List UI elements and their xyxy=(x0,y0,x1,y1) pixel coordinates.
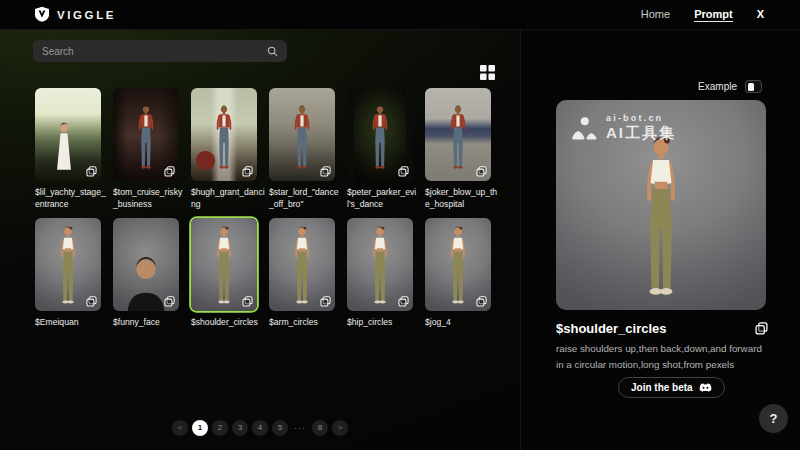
person-figure xyxy=(203,224,245,308)
gallery-item-label: $tom_cruise_risky_business xyxy=(113,186,187,211)
help-button[interactable]: ? xyxy=(759,404,788,433)
copy-icon[interactable] xyxy=(164,296,175,307)
person-figure xyxy=(51,121,77,175)
pagination: < 1 2 3 4 5 ··· 8 > xyxy=(0,420,520,436)
gallery-item-label: $star_lord_"dance_off_bro" xyxy=(269,186,343,211)
gallery-panel: $lil_yachty_stage_entrance $tom_cruise_r… xyxy=(0,30,520,450)
gallery-item-selected[interactable]: $shoulder_circles xyxy=(191,218,257,340)
copy-icon[interactable] xyxy=(320,296,331,307)
person-figure xyxy=(129,103,163,173)
gallery-item-label: $funny_face xyxy=(113,316,187,328)
copy-icon[interactable] xyxy=(242,296,253,307)
thumbnail-arm-circles[interactable] xyxy=(269,218,335,311)
search-input[interactable] xyxy=(42,46,267,57)
gallery-item[interactable]: $star_lord_"dance_off_bro" xyxy=(269,88,335,210)
detail-title: $shoulder_circles xyxy=(556,321,755,336)
thumbnail-hugh-grant[interactable] xyxy=(191,88,257,181)
person-figure xyxy=(363,103,397,173)
thumbnail-peter-parker[interactable] xyxy=(347,88,413,181)
search-icon xyxy=(267,46,278,57)
gallery-item-label: $lil_yachty_stage_entrance xyxy=(35,186,109,211)
detail-panel: Example ai-bot.cn AI工具集 $shoulder_circle… xyxy=(520,30,800,450)
thumbnail-funny-face[interactable] xyxy=(113,218,179,311)
gallery-item[interactable]: $joker_blow_up_the_hospital xyxy=(425,88,491,210)
gallery-item-label: $peter_parker_evil's_dance xyxy=(347,186,421,211)
gallery-item[interactable]: $lil_yachty_stage_entrance xyxy=(35,88,101,210)
page-next-button[interactable]: > xyxy=(332,420,348,436)
thumbnail-hip-circles[interactable] xyxy=(347,218,413,311)
thumbnail-emeiquan[interactable] xyxy=(35,218,101,311)
detail-description: raise shoulders up,then back,down,and fo… xyxy=(556,341,770,372)
gallery-item[interactable]: $Emeiquan xyxy=(35,218,101,340)
thumbnail-star-lord[interactable] xyxy=(269,88,335,181)
gallery-item-label: $jog_4 xyxy=(425,316,499,328)
page-button-4[interactable]: 4 xyxy=(252,420,268,436)
person-figure xyxy=(437,224,479,308)
copy-icon[interactable] xyxy=(320,166,331,177)
person-figure xyxy=(618,132,704,304)
detail-title-row: $shoulder_circles xyxy=(556,321,768,336)
watermark-url: ai-bot.cn xyxy=(606,113,676,123)
person-figure xyxy=(285,103,319,173)
page-button-5[interactable]: 5 xyxy=(272,420,288,436)
main-nav: Home Prompt X xyxy=(641,8,764,22)
nav-x-link[interactable]: X xyxy=(757,8,764,21)
watermark: ai-bot.cn AI工具集 xyxy=(571,113,676,143)
gallery-item-label: $arm_circles xyxy=(269,316,343,328)
gallery-item-label: $joker_blow_up_the_hospital xyxy=(425,186,499,211)
watermark-text: ai-bot.cn AI工具集 xyxy=(606,113,676,143)
copy-icon[interactable] xyxy=(476,166,487,177)
copy-icon[interactable] xyxy=(86,296,97,307)
page-button-1[interactable]: 1 xyxy=(192,420,208,436)
gallery-item[interactable]: $tom_cruise_risky_business xyxy=(113,88,179,210)
copy-icon[interactable] xyxy=(755,322,768,335)
gallery-item-label: $hip_circles xyxy=(347,316,421,328)
page-prev-button[interactable]: < xyxy=(172,420,188,436)
person-figure xyxy=(47,224,89,308)
gallery-item[interactable]: $funny_face xyxy=(113,218,179,340)
copy-icon[interactable] xyxy=(86,166,97,177)
thumbnail-tom-cruise[interactable] xyxy=(113,88,179,181)
person-figure xyxy=(359,224,401,308)
top-bar: VIGGLE Home Prompt X xyxy=(0,0,800,30)
join-beta-button[interactable]: Join the beta xyxy=(618,377,725,398)
person-figure xyxy=(281,224,323,308)
copy-icon[interactable] xyxy=(164,166,175,177)
copy-icon[interactable] xyxy=(242,166,253,177)
copy-icon[interactable] xyxy=(398,296,409,307)
brand[interactable]: VIGGLE xyxy=(34,6,116,23)
gallery-item[interactable]: $peter_parker_evil's_dance xyxy=(347,88,413,210)
person-figure xyxy=(207,103,241,173)
watermark-title: AI工具集 xyxy=(606,124,676,143)
thumbnail-jog[interactable] xyxy=(425,218,491,311)
gallery-item-label: $hugh_grant_dancing xyxy=(191,186,265,211)
page-button-8[interactable]: 8 xyxy=(312,420,328,436)
gallery-item-label: $Emeiquan xyxy=(35,316,109,328)
gallery-item[interactable]: $hugh_grant_dancing xyxy=(191,88,257,210)
gallery-item[interactable]: $arm_circles xyxy=(269,218,335,340)
person-figure xyxy=(441,103,475,173)
thumbnail-shoulder-circles[interactable] xyxy=(191,218,257,311)
brand-name: VIGGLE xyxy=(57,9,116,21)
page-ellipsis: ··· xyxy=(292,420,308,436)
example-toggle-row: Example xyxy=(698,80,762,93)
example-label: Example xyxy=(698,81,737,92)
copy-icon[interactable] xyxy=(398,166,409,177)
grid-view-icon[interactable] xyxy=(479,64,496,81)
viggle-logo-icon xyxy=(34,6,50,23)
example-toggle[interactable] xyxy=(745,80,762,93)
gallery-item[interactable]: $jog_4 xyxy=(425,218,491,340)
gallery-item[interactable]: $hip_circles xyxy=(347,218,413,340)
discord-icon xyxy=(699,383,712,393)
thumbnail-joker[interactable] xyxy=(425,88,491,181)
copy-icon[interactable] xyxy=(476,296,487,307)
thumbnail-lil-yachty[interactable] xyxy=(35,88,101,181)
example-preview[interactable]: ai-bot.cn AI工具集 xyxy=(556,100,766,310)
ai-bot-logo-icon xyxy=(571,117,598,140)
nav-home[interactable]: Home xyxy=(641,8,670,21)
nav-prompt[interactable]: Prompt xyxy=(694,8,733,22)
search-bar[interactable] xyxy=(33,40,287,62)
template-grid: $lil_yachty_stage_entrance $tom_cruise_r… xyxy=(35,88,491,340)
page-button-2[interactable]: 2 xyxy=(212,420,228,436)
page-button-3[interactable]: 3 xyxy=(232,420,248,436)
